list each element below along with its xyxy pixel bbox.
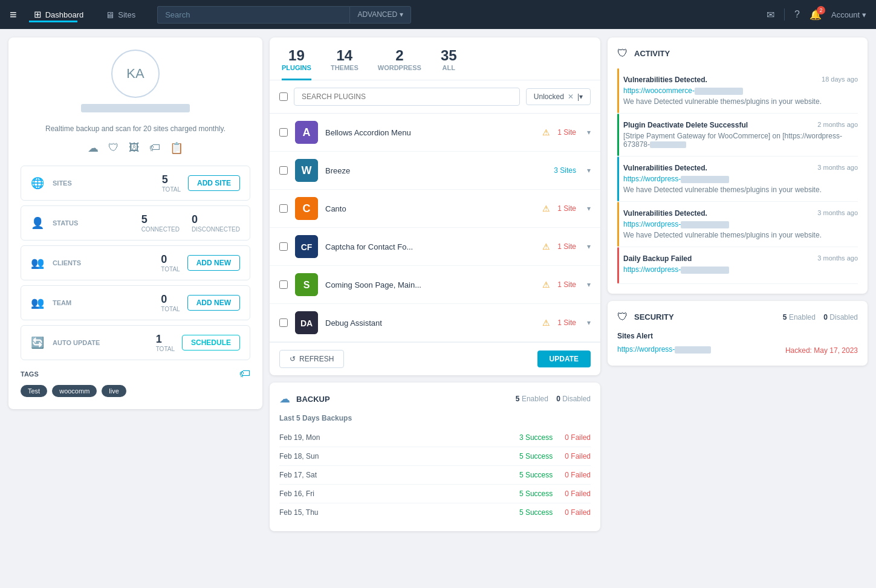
activity-link-vuln2[interactable]: https://wordpress-	[623, 175, 858, 183]
refresh-button[interactable]: ↺ REFRESH	[279, 350, 344, 368]
logo-icon[interactable]: ≡	[10, 8, 17, 22]
backup-date-1: Feb 18, Sun	[279, 452, 519, 460]
add-site-button[interactable]: ADD SITE	[188, 175, 240, 191]
refresh-icon: ↺	[290, 355, 296, 363]
feature-icons: ☁ 🛡 🖼 🏷 📋	[21, 141, 250, 155]
notification-icon[interactable]: 🔔 2	[809, 9, 822, 21]
tab-all[interactable]: 35 ALL	[441, 47, 457, 80]
clients-stat-label: CLIENTS	[53, 259, 154, 267]
image-icon[interactable]: 🖼	[129, 141, 140, 155]
stat-card-clients: 👥 CLIENTS 0 TOTAL ADD NEW	[21, 245, 250, 280]
sites-total-sub: TOTAL	[162, 186, 181, 193]
sites-stat-icon: 🌐	[31, 176, 45, 190]
backup-row-4: Feb 15, Thu 5 Success 0 Failed	[279, 503, 591, 522]
activity-text-plugin-deactivate: [Stripe Payment Gateway for WooCommerce]…	[623, 132, 858, 149]
tab-themes[interactable]: 14 THEMES	[331, 47, 359, 80]
expand-icon-captcha[interactable]: ▾	[587, 242, 591, 251]
plugins-tabs: 19 PLUGINS 14 THEMES 2 WORDPRESS 35 ALL	[270, 37, 600, 80]
security-site-link[interactable]: https://wordpress-	[617, 345, 711, 354]
select-all-checkbox[interactable]	[279, 92, 288, 101]
tab-wordpress[interactable]: 2 WORDPRESS	[378, 47, 421, 80]
tags-add-icon[interactable]: 🏷	[239, 367, 250, 380]
sites-stat-numbers: 5 TOTAL	[162, 173, 181, 193]
status-stat-icon: 👤	[31, 216, 45, 230]
site-count-canto[interactable]: 1 Site	[557, 204, 576, 213]
activity-header-vuln2: Vulnerabilities Detected. 3 months ago	[623, 164, 858, 172]
tag-icon[interactable]: 🏷	[149, 141, 160, 155]
backup-failed-4: 0 Failed	[565, 508, 591, 517]
filter-clear-icon[interactable]: ✕	[568, 92, 574, 101]
activity-title-vuln3: Vulnerabilities Detected.	[623, 209, 707, 218]
search-input[interactable]	[157, 6, 349, 24]
mail-icon[interactable]: ✉	[767, 9, 774, 21]
account-button[interactable]: Account ▾	[831, 10, 866, 19]
plugin-checkbox-breeze[interactable]	[279, 166, 288, 175]
activity-item-vuln2: Vulnerabilities Detected. 3 months ago h…	[617, 157, 858, 202]
tag-test[interactable]: Test	[21, 385, 47, 397]
plugin-row-bellows: A Bellows Accordion Menu ⚠ 1 Site ▾	[270, 114, 600, 152]
plugin-checkbox-debug[interactable]	[279, 318, 288, 327]
backup-enabled-badge: 5 Enabled 0 Disabled	[516, 395, 591, 403]
activity-title-plugin-deactivate: Plugin Deactivate Delete Successful	[623, 121, 748, 129]
connected-num: 5	[141, 213, 180, 226]
activity-time-vuln3: 3 months ago	[817, 209, 858, 218]
expand-icon-bellows[interactable]: ▾	[587, 128, 591, 137]
activity-header-vuln3: Vulnerabilities Detected. 3 months ago	[623, 209, 858, 218]
backup-card-header: ☁ BACKUP 5 Enabled 0 Disabled	[279, 392, 591, 405]
tags-section: TAGS 🏷 Test woocomm live	[21, 367, 250, 397]
expand-icon-breeze[interactable]: ▾	[587, 166, 591, 175]
tags-label: TAGS	[21, 370, 39, 378]
disconnected-label: DISCONNECTED	[192, 226, 240, 233]
activity-text-vuln2: We have Detected vulnerable themes/plugi…	[623, 186, 858, 194]
plugin-checkbox-comingsoon[interactable]	[279, 280, 288, 289]
add-clients-button[interactable]: ADD NEW	[187, 255, 240, 271]
activity-link-backup-failed[interactable]: https://wordpress-	[623, 265, 858, 274]
activity-link-vuln1[interactable]: https://woocommerce-	[623, 86, 858, 95]
svg-text:C: C	[303, 202, 311, 215]
activity-header-vuln1: Vulnerabilities Detected. 18 days ago	[623, 76, 858, 84]
site-count-bellows[interactable]: 1 Site	[557, 128, 576, 137]
expand-icon-canto[interactable]: ▾	[587, 204, 591, 213]
activity-text-vuln3: We have Detected vulnerable themes/plugi…	[623, 231, 858, 239]
plugin-search-input[interactable]	[294, 88, 520, 106]
autoupdate-total-num: 1	[156, 333, 175, 346]
plugin-checkbox-canto[interactable]	[279, 204, 288, 213]
tag-woocomm[interactable]: woocomm	[52, 385, 97, 397]
expand-icon-debug[interactable]: ▾	[587, 318, 591, 327]
team-total-num: 0	[161, 293, 180, 306]
backup-icon[interactable]: ☁	[88, 141, 99, 155]
plugin-name-comingsoon: Coming Soon Page, Main...	[325, 280, 535, 289]
plugin-checkbox-bellows[interactable]	[279, 128, 288, 137]
site-count-debug[interactable]: 1 Site	[557, 318, 576, 327]
nav-sites[interactable]: 🖥 Sites	[100, 7, 140, 22]
hacked-badge: Hacked: May 17, 2023	[785, 346, 858, 355]
sites-icon: 🖥	[105, 10, 114, 20]
expand-icon-comingsoon[interactable]: ▾	[587, 280, 591, 289]
add-team-button[interactable]: ADD NEW	[187, 295, 240, 311]
wordpress-count: 2	[395, 47, 403, 64]
security-icon[interactable]: 🛡	[108, 141, 119, 155]
site-count-breeze[interactable]: 3 Sites	[554, 166, 576, 175]
filter-chevron-icon[interactable]: |▾	[577, 92, 583, 101]
plugin-row-comingsoon: S Coming Soon Page, Main... ⚠ 1 Site ▾	[270, 266, 600, 304]
tag-live[interactable]: live	[102, 385, 126, 397]
warning-icon-canto: ⚠	[542, 204, 550, 213]
right-panel: 🛡 ACTIVITY Vulnerabilities Detected. 18 …	[608, 37, 868, 366]
clients-total-sub: TOTAL	[161, 266, 180, 273]
nav-dashboard[interactable]: ⊞ Dashboard	[29, 7, 89, 22]
update-button[interactable]: UPDATE	[537, 351, 591, 367]
activity-link-vuln3[interactable]: https://wordpress-	[623, 220, 858, 228]
stat-card-sites: 🌐 SITES 5 TOTAL ADD SITE	[21, 166, 250, 201]
advanced-button[interactable]: ADVANCED ▾	[349, 6, 411, 24]
schedule-button[interactable]: SCHEDULE	[182, 335, 240, 351]
help-icon[interactable]: ?	[794, 9, 800, 20]
site-count-captcha[interactable]: 1 Site	[557, 242, 576, 251]
site-count-comingsoon[interactable]: 1 Site	[557, 280, 576, 289]
account-label: Account	[831, 10, 860, 19]
plugin-icon-breeze: W	[295, 159, 318, 182]
copy-icon[interactable]: 📋	[170, 141, 183, 155]
backup-date-2: Feb 17, Sat	[279, 471, 519, 479]
backup-failed-1: 0 Failed	[565, 452, 591, 460]
tab-plugins[interactable]: 19 PLUGINS	[282, 47, 311, 80]
plugin-checkbox-captcha[interactable]	[279, 242, 288, 251]
